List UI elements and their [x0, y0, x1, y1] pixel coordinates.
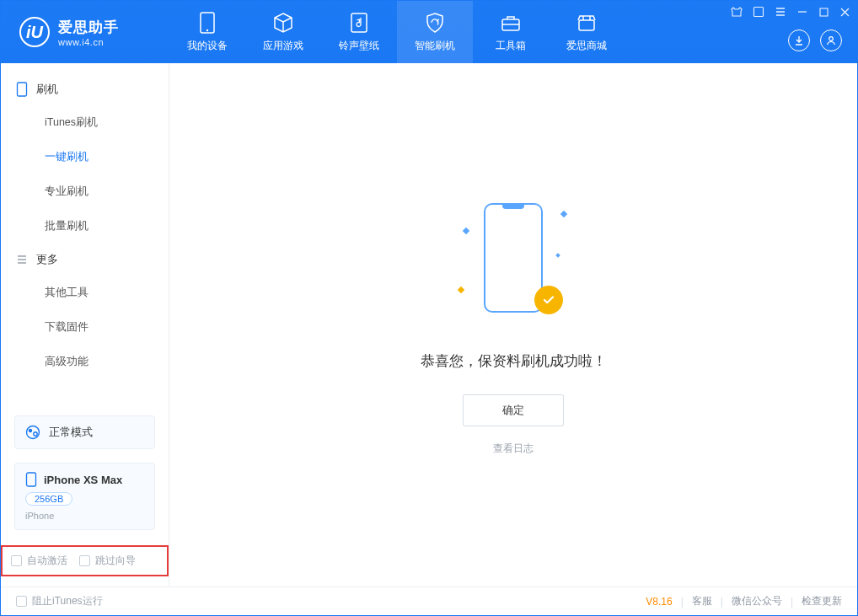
sparkle-icon	[458, 286, 464, 292]
svg-rect-5	[754, 8, 764, 17]
svg-point-7	[829, 37, 834, 41]
nav-label: 智能刷机	[415, 39, 455, 53]
brand-name: 爱思助手	[58, 18, 119, 37]
body: 刷机 iTunes刷机 一键刷机 专业刷机 批量刷机 更多 其他工具 下载固件 …	[1, 63, 857, 587]
svg-rect-12	[27, 473, 36, 486]
nav-label: 爱思商城	[566, 39, 607, 53]
checkbox-box-icon	[16, 596, 27, 607]
phone-outline-icon	[25, 472, 37, 487]
sidebar-item-download-firmware[interactable]: 下载固件	[1, 310, 169, 345]
device-card[interactable]: iPhone XS Max 256GB iPhone	[14, 463, 155, 530]
sidebar-group-flash: 刷机	[1, 73, 169, 105]
svg-rect-4	[579, 20, 594, 30]
nav-apps-games[interactable]: 应用游戏	[245, 1, 321, 63]
header-actions	[788, 29, 842, 51]
nav-label: 应用游戏	[263, 39, 303, 53]
mode-label: 正常模式	[49, 425, 93, 440]
account-button[interactable]	[820, 29, 842, 51]
group-title: 更多	[36, 252, 58, 267]
device-type: iPhone	[25, 511, 144, 521]
svg-rect-6	[820, 8, 828, 16]
logo-text: 爱思助手 www.i4.cn	[58, 18, 119, 47]
phone-icon	[16, 82, 28, 97]
brand-url: www.i4.cn	[58, 37, 119, 47]
toolbox-icon	[500, 12, 522, 34]
shop-icon	[576, 12, 598, 34]
mode-card[interactable]: 正常模式	[14, 415, 155, 449]
device-name: iPhone XS Max	[44, 474, 122, 486]
success-headline: 恭喜您，保资料刷机成功啦！	[421, 351, 607, 371]
sidebar-item-batch-flash[interactable]: 批量刷机	[1, 209, 169, 244]
shield-refresh-icon	[424, 12, 446, 34]
sidebar-group-more: 更多	[1, 244, 169, 276]
nav-label: 铃声壁纸	[339, 39, 379, 53]
nav-smart-flash[interactable]: 智能刷机	[397, 1, 473, 63]
footer-link-support[interactable]: 客服	[692, 594, 712, 608]
footer-link-wechat[interactable]: 微信公众号	[732, 594, 782, 608]
svg-point-10	[29, 429, 32, 432]
svg-point-11	[34, 432, 37, 436]
sparkle-icon	[555, 253, 560, 258]
device-capacity-badge: 256GB	[25, 492, 72, 506]
cube-icon	[272, 12, 294, 34]
music-note-icon	[348, 12, 370, 34]
feedback-icon[interactable]	[753, 6, 764, 18]
view-log-link[interactable]: 查看日志	[493, 442, 534, 456]
checkbox-block-itunes[interactable]: 阻止iTunes运行	[16, 594, 103, 608]
checkbox-label: 自动激活	[27, 554, 67, 568]
success-illustration	[458, 195, 568, 329]
minimize-button[interactable]	[796, 6, 808, 18]
checkbox-skip-guide[interactable]: 跳过向导	[79, 554, 136, 568]
app-window: iU 爱思助手 www.i4.cn 我的设备 应用游戏 铃声壁纸 智能刷机	[0, 0, 858, 616]
checkbox-box-icon	[11, 555, 22, 566]
window-controls	[731, 6, 850, 18]
version-label: V8.16	[646, 596, 672, 608]
nav-my-device[interactable]: 我的设备	[169, 1, 245, 63]
sidebar-item-other-tools[interactable]: 其他工具	[1, 276, 169, 310]
ok-button[interactable]: 确定	[463, 394, 564, 426]
menu-icon[interactable]	[775, 6, 786, 18]
sidebar-menu: 刷机 iTunes刷机 一键刷机 专业刷机 批量刷机 更多 其他工具 下载固件 …	[1, 63, 169, 389]
main-content: 恭喜您，保资料刷机成功啦！ 确定 查看日志	[169, 63, 857, 587]
sidebar-item-advanced[interactable]: 高级功能	[1, 345, 169, 379]
sidebar-item-itunes-flash[interactable]: iTunes刷机	[1, 105, 169, 140]
main-nav: 我的设备 应用游戏 铃声壁纸 智能刷机 工具箱 爱思商城	[169, 1, 625, 63]
svg-point-9	[27, 426, 40, 439]
titlebar: iU 爱思助手 www.i4.cn 我的设备 应用游戏 铃声壁纸 智能刷机	[1, 1, 857, 63]
svg-rect-8	[18, 83, 27, 96]
logo-icon: iU	[19, 17, 50, 47]
logo-block: iU 爱思助手 www.i4.cn	[1, 17, 169, 47]
mode-icon	[25, 425, 40, 440]
nav-shop[interactable]: 爱思商城	[549, 1, 625, 63]
checkbox-auto-activate[interactable]: 自动激活	[11, 554, 67, 568]
checkbox-box-icon	[79, 555, 90, 566]
svg-point-1	[206, 29, 208, 30]
statusbar: 阻止iTunes运行 V8.16 | 客服 | 微信公众号 | 检查更新	[1, 587, 857, 615]
sidebar: 刷机 iTunes刷机 一键刷机 专业刷机 批量刷机 更多 其他工具 下载固件 …	[1, 63, 169, 587]
nav-ringtones[interactable]: 铃声壁纸	[321, 1, 397, 63]
footer-link-update[interactable]: 检查更新	[802, 594, 842, 608]
group-title: 刷机	[36, 82, 58, 97]
downloads-button[interactable]	[788, 29, 810, 51]
sidebar-item-pro-flash[interactable]: 专业刷机	[1, 174, 169, 209]
skin-icon[interactable]	[731, 6, 743, 18]
device-icon	[196, 12, 218, 34]
close-button[interactable]	[839, 7, 850, 18]
nav-toolbox[interactable]: 工具箱	[473, 1, 549, 63]
list-icon	[16, 254, 28, 265]
nav-label: 我的设备	[187, 39, 228, 53]
check-badge-icon	[534, 286, 563, 314]
options-highlight-box: 自动激活 跳过向导	[1, 545, 169, 576]
checkbox-label: 阻止iTunes运行	[32, 594, 103, 608]
maximize-button[interactable]	[818, 7, 829, 18]
sparkle-icon	[560, 210, 567, 217]
sidebar-item-onekey-flash[interactable]: 一键刷机	[1, 140, 169, 174]
sparkle-icon	[463, 227, 469, 233]
nav-label: 工具箱	[496, 39, 526, 53]
checkbox-label: 跳过向导	[95, 554, 136, 568]
